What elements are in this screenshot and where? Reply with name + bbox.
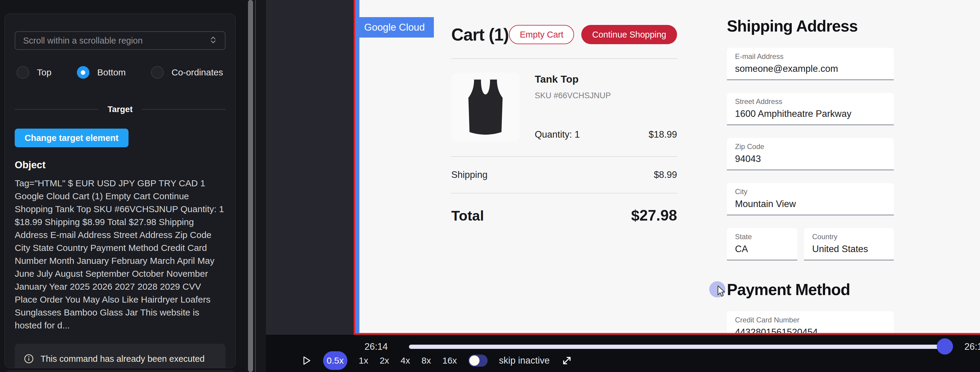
radio-circle-bottom[interactable] xyxy=(77,66,89,79)
field-value: Mountain View xyxy=(735,199,886,209)
radio-circle-coordinates[interactable] xyxy=(151,66,164,79)
timeline-track[interactable] xyxy=(409,345,945,349)
field-value: 1600 Amphitheatre Parkway xyxy=(735,109,886,119)
field-value: someone@example.com xyxy=(735,64,886,74)
speed-option-1x[interactable]: 1x xyxy=(359,356,368,366)
brand-badge: Google Cloud xyxy=(355,17,434,38)
command-type-value: Scroll within a scrollable region xyxy=(23,36,209,46)
speed-option-2x[interactable]: 2x xyxy=(380,356,389,366)
mouse-cursor-icon xyxy=(717,286,726,299)
cart-section: Cart (1) Empty Cart Continue Shopping xyxy=(451,0,677,224)
field-value: 4432801561520454 xyxy=(735,327,886,335)
field-label: Zip Code xyxy=(735,142,886,151)
radio-circle-top[interactable] xyxy=(16,66,29,79)
radio-label-bottom: Bottom xyxy=(97,67,126,78)
current-time: 26:14 xyxy=(364,342,388,352)
info-icon xyxy=(24,354,34,365)
fullscreen-icon[interactable] xyxy=(561,355,573,366)
field-value: 94043 xyxy=(735,153,886,164)
product-info: Tank Top SKU #66VCHSJNUP Quantity: 1 $18… xyxy=(535,73,677,141)
continue-shopping-button[interactable]: Continue Shopping xyxy=(581,25,677,44)
product-sku: SKU #66VCHSJNUP xyxy=(535,91,677,101)
cart-item-row: Tank Top SKU #66VCHSJNUP Quantity: 1 $18… xyxy=(451,73,677,141)
field-label: Country xyxy=(812,233,886,241)
product-quantity: Quantity: 1 xyxy=(535,129,580,140)
divider-line xyxy=(15,109,99,110)
total-row: Total $27.98 xyxy=(451,207,677,224)
info-message: This command has already been executed a… xyxy=(41,352,216,368)
timeline-handle[interactable] xyxy=(937,338,953,354)
divider-line xyxy=(142,109,226,110)
radio-label-coordinates: Co-ordinates xyxy=(172,67,223,78)
total-label: Total xyxy=(451,208,484,224)
state-field[interactable]: State CA xyxy=(727,228,797,260)
speed-option-4x[interactable]: 4x xyxy=(401,356,410,366)
play-button[interactable] xyxy=(301,355,312,366)
radio-label-top: Top xyxy=(37,67,51,78)
object-heading: Object xyxy=(15,159,226,171)
info-notice: This command has already been executed a… xyxy=(15,344,226,368)
replay-stage: Google Cloud Cart (1) Empty Cart Continu… xyxy=(266,0,980,335)
state-country-row: State CA Country United States xyxy=(727,216,894,260)
email-field[interactable]: E-mail Address someone@example.com xyxy=(727,48,894,80)
field-value: United States xyxy=(812,244,886,254)
field-value: CA xyxy=(735,244,789,254)
total-price: $27.98 xyxy=(631,207,677,224)
skip-inactive-label: skip inactive xyxy=(499,355,550,366)
product-image-tank-top xyxy=(451,73,520,141)
cart-header: Cart (1) Empty Cart Continue Shopping xyxy=(451,25,677,45)
target-section-divider: Target xyxy=(15,105,226,114)
product-price: $18.99 xyxy=(649,129,677,140)
command-panel: Scroll within a scrollable region Top Bo… xyxy=(5,14,236,368)
speed-option-8x[interactable]: 8x xyxy=(422,356,431,366)
field-label: Credit Card Number xyxy=(735,316,886,324)
checkout-section: Shipping Address E-mail Address someone@… xyxy=(727,0,894,335)
radio-option-top[interactable]: Top xyxy=(16,66,51,79)
skip-inactive-toggle[interactable] xyxy=(468,354,488,367)
sidebar-scrollbar[interactable] xyxy=(248,0,253,372)
target-section-label: Target xyxy=(108,105,133,114)
command-type-select[interactable]: Scroll within a scrollable region xyxy=(15,31,226,50)
product-name: Tank Top xyxy=(535,73,677,85)
payment-method-heading: Payment Method xyxy=(727,280,894,299)
next-command-card[interactable] xyxy=(5,370,236,372)
field-label: State xyxy=(735,233,789,241)
replay-viewport: Google Cloud Cart (1) Empty Cart Continu… xyxy=(354,0,980,335)
scroll-position-radio-group: Top Bottom Co-ordinates xyxy=(15,66,226,79)
page-left-stripe xyxy=(355,0,360,333)
shipping-cost-row: Shipping $8.99 xyxy=(451,157,677,193)
change-target-button[interactable]: Change target element xyxy=(15,129,129,147)
player-controls: 0.5x 1x 2x 4x 8x 16x skip inactive xyxy=(301,351,573,370)
speed-option-0-5x[interactable]: 0.5x xyxy=(323,351,347,370)
cart-title: Cart (1) xyxy=(451,25,509,45)
field-label: Street Address xyxy=(735,97,886,106)
select-chevrons-icon xyxy=(209,35,217,46)
end-time: 26:14 xyxy=(964,342,980,352)
street-address-field[interactable]: Street Address 1600 Amphitheatre Parkway xyxy=(727,93,894,125)
field-label: E-mail Address xyxy=(735,52,886,61)
zip-code-field[interactable]: Zip Code 94043 xyxy=(727,138,894,170)
speed-option-16x[interactable]: 16x xyxy=(442,356,457,366)
toggle-knob xyxy=(469,356,479,366)
object-description: Tag="HTML" $ EUR USD JPY GBP TRY CAD 1 G… xyxy=(15,177,226,332)
field-label: City xyxy=(735,187,886,196)
country-field[interactable]: Country United States xyxy=(804,228,894,260)
divider xyxy=(451,58,677,59)
panel-gutter xyxy=(256,0,266,372)
credit-card-number-field[interactable]: Credit Card Number 4432801561520454 xyxy=(727,311,894,335)
shipping-price: $8.99 xyxy=(654,169,677,180)
shipping-address-heading: Shipping Address xyxy=(727,17,894,35)
shipping-label: Shipping xyxy=(451,169,488,180)
radio-option-coordinates[interactable]: Co-ordinates xyxy=(151,66,223,79)
product-qty-price-row: Quantity: 1 $18.99 xyxy=(535,129,677,141)
divider xyxy=(451,193,677,193)
city-field[interactable]: City Mountain View xyxy=(727,183,894,216)
radio-option-bottom[interactable]: Bottom xyxy=(77,66,126,79)
app-window: Scroll within a scrollable region Top Bo… xyxy=(0,0,980,372)
empty-cart-button[interactable]: Empty Cart xyxy=(509,25,574,44)
